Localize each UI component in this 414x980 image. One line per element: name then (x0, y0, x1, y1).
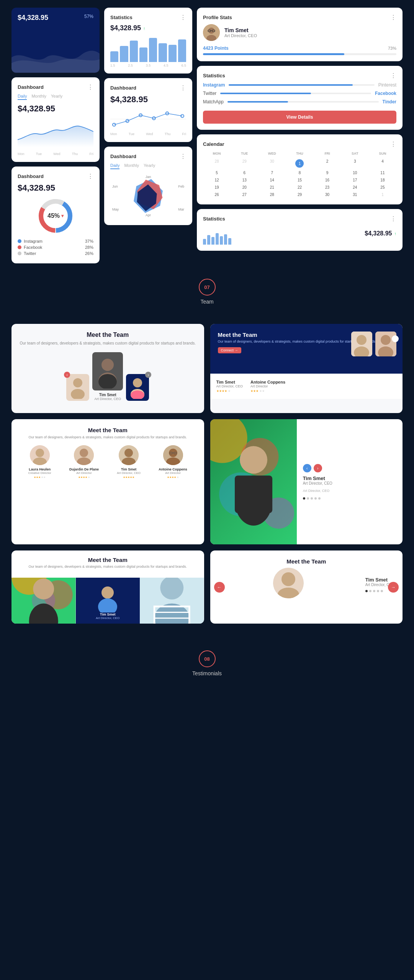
tab-monthly-1[interactable]: Monthly (31, 94, 46, 100)
cal-26[interactable]: 26 (203, 191, 231, 198)
mini-bar-7 (228, 238, 231, 245)
tc3-photo-4 (163, 445, 183, 465)
dashboard-line-card: Dashboard ⋮ Daily Monthly Yearly $4,328.… (11, 77, 100, 162)
stats3-trend: ↑ (394, 231, 397, 236)
profile-header-row: Profile Stats ⋮ (203, 14, 396, 21)
cal-13[interactable]: 13 (231, 176, 258, 184)
stats2-menu[interactable]: ⋮ (390, 72, 396, 79)
calendar-menu[interactable]: ⋮ (390, 140, 396, 148)
cal-week-4: 19 20 21 22 23 24 25 (203, 184, 396, 191)
cal-5[interactable]: 5 (203, 169, 231, 176)
cal-22[interactable]: 22 (286, 184, 313, 191)
tc2-nav-dot[interactable] (392, 335, 399, 342)
tc4-prev-button[interactable]: ‹ (303, 464, 311, 472)
tc4-dot-1 (303, 497, 305, 500)
cal-29b[interactable]: 29 (286, 191, 313, 198)
cal-31[interactable]: 31 (341, 191, 369, 198)
cal-4[interactable]: 4 (369, 158, 396, 169)
tc6-dot-5 (381, 590, 383, 592)
line-chart-1 (18, 117, 93, 147)
indicator-number-team: 07 (204, 284, 209, 290)
cal-23[interactable]: 23 (314, 184, 341, 191)
cal-7[interactable]: 7 (258, 169, 286, 176)
team-section-indicator: 07 Team (0, 271, 414, 305)
cal-9[interactable]: 9 (314, 169, 341, 176)
tc3-photo-3 (119, 445, 139, 465)
cal-17[interactable]: 17 (341, 176, 369, 184)
bar-3 (130, 41, 138, 62)
cal-1b[interactable]: 1 (369, 191, 396, 198)
cal-1[interactable]: 1 (286, 158, 313, 169)
member-photo-left (66, 374, 89, 401)
left-column: $4,328.95 57% Dashboard ⋮ Daily Monthly … (11, 8, 100, 263)
card-menu-1[interactable]: ⋮ (87, 83, 93, 91)
cal-8[interactable]: 8 (286, 169, 313, 176)
nav-dot-right[interactable]: › (145, 372, 151, 378)
cal-24[interactable]: 24 (341, 184, 369, 191)
stats-bottom-row: $4,328.95 ↑ (203, 225, 396, 245)
tc1-title: Meet the Team (19, 332, 196, 338)
tc2-stars-1: ★★★★★ (216, 389, 243, 393)
dot-line-svg (110, 108, 186, 131)
tc5-sub: Our team of designers, developers & stra… (18, 565, 198, 568)
bar-6 (159, 43, 167, 62)
cal-2[interactable]: 2 (314, 158, 341, 169)
stats3-menu[interactable]: ⋮ (390, 215, 396, 222)
cal-27[interactable]: 27 (231, 191, 258, 198)
stats1-menu[interactable]: ⋮ (180, 14, 186, 21)
cal-week-3: 12 13 14 15 16 17 18 (203, 176, 396, 184)
donut-container: 45% ▾ (18, 197, 93, 235)
profile-info: Tim Smet Art Director, CEO (203, 24, 396, 41)
card-menu-3[interactable]: ⋮ (87, 173, 93, 180)
tc6-next-arrow[interactable]: → (388, 582, 399, 593)
cal-12[interactable]: 12 (203, 176, 231, 184)
day-thu: THU (286, 151, 313, 156)
stats2-header: Statistics ⋮ (203, 72, 396, 79)
cal-21[interactable]: 21 (258, 184, 286, 191)
cal-16[interactable]: 16 (314, 176, 341, 184)
dot-chart (110, 108, 186, 131)
tab-yearly-1[interactable]: Yearly (51, 94, 62, 100)
tab-daily-1[interactable]: Daily (18, 94, 27, 100)
social-tinder: Tinder (383, 99, 396, 105)
cal-30b[interactable]: 30 (314, 191, 341, 198)
cal-14[interactable]: 14 (258, 176, 286, 184)
cal-20[interactable]: 20 (231, 184, 258, 191)
points-percent: 73% (388, 46, 396, 51)
cal-6[interactable]: 6 (231, 169, 258, 176)
tc3-name-1: Laura Heulen (28, 467, 51, 471)
tc6-dot-4 (377, 590, 379, 592)
view-details-button[interactable]: View Details (203, 111, 396, 124)
tc1-featured-name: Tim Smet (99, 393, 116, 397)
cal-28a[interactable]: 28 (203, 158, 231, 169)
cal-19[interactable]: 19 (203, 184, 231, 191)
cal-25[interactable]: 25 (369, 184, 396, 191)
cal-15[interactable]: 15 (286, 176, 313, 184)
dash3-menu[interactable]: ⋮ (180, 84, 186, 91)
cal-10[interactable]: 10 (341, 169, 369, 176)
tab-daily-4[interactable]: Daily (110, 163, 119, 169)
tab-monthly-4[interactable]: Monthly (124, 163, 139, 169)
dash4-menu[interactable]: ⋮ (180, 153, 186, 160)
cal-11[interactable]: 11 (369, 169, 396, 176)
center-column: Statistics ⋮ $4,328.95 ↑ 1.5 2.5 3.5 (104, 8, 192, 263)
legend-item-instagram: Instagram 37% (18, 239, 93, 243)
tc2-tag[interactable]: Connect → (218, 347, 241, 353)
profile-menu[interactable]: ⋮ (390, 14, 396, 21)
cal-3[interactable]: 3 (341, 158, 369, 169)
cal-30a[interactable]: 30 (258, 158, 286, 169)
tc6-dot-1 (365, 590, 368, 592)
cal-18[interactable]: 18 (369, 176, 396, 184)
tc4-next-button[interactable]: › (314, 464, 322, 472)
social-twitter: Twitter (203, 91, 216, 96)
cal-29a[interactable]: 29 (231, 158, 258, 169)
tc3-name-3: Tim Smet (117, 467, 141, 471)
tc2-photo-1 (351, 332, 372, 356)
tc6-dot-3 (373, 590, 375, 592)
tc3-role-3: Art Director, CEO (117, 471, 141, 475)
svg-point-32 (381, 335, 391, 345)
tab-yearly-4[interactable]: Yearly (144, 163, 155, 169)
tc6-prev-arrow[interactable]: ← (214, 582, 225, 593)
member-photo-center (92, 352, 123, 390)
cal-28b[interactable]: 28 (258, 191, 286, 198)
